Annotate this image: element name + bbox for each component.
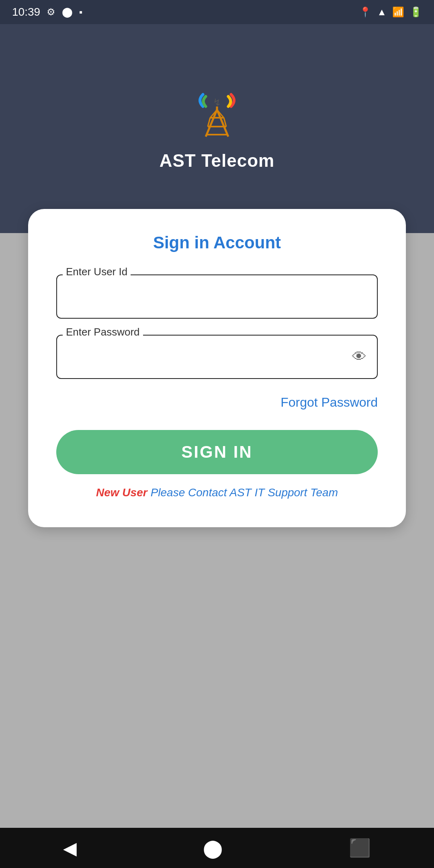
nav-bar: ◀ ⬤ ⬛ <box>0 828 434 868</box>
forgot-password-link[interactable]: Forgot Password <box>280 395 378 409</box>
support-text: Please Contact AST IT Support Team <box>151 486 338 499</box>
userid-field-wrapper: Enter User Id <box>56 274 378 319</box>
userid-label: Enter User Id <box>63 266 131 278</box>
status-bar: 10:39 ⚙ ⬤ ▪ 📍 ▲ 📶 🔋 <box>0 0 434 24</box>
card-title: Sign in Account <box>56 233 378 252</box>
location-icon: 📍 <box>359 6 371 18</box>
settings-icon: ⚙ <box>47 6 55 18</box>
wifi-icon: ▲ <box>377 6 387 18</box>
password-wrapper: 👁 <box>56 335 378 379</box>
status-left: 10:39 ⚙ ⬤ ▪ <box>12 6 83 18</box>
sim-icon: ▪ <box>79 6 83 18</box>
svg-line-3 <box>217 110 228 137</box>
recent-button[interactable]: ⬛ <box>349 837 371 858</box>
home-button[interactable]: ⬤ <box>203 838 223 858</box>
userid-input[interactable] <box>56 274 378 319</box>
signal-icon: 📶 <box>392 6 404 18</box>
circle-icon: ⬤ <box>62 6 73 18</box>
new-user-label: New User <box>96 486 147 499</box>
login-card: Sign in Account Enter User Id Enter Pass… <box>28 209 406 527</box>
back-button[interactable]: ◀ <box>63 838 77 858</box>
logo-container: ↯ AST Telecom <box>160 86 274 171</box>
svg-line-2 <box>206 110 217 137</box>
header-area: ↯ AST Telecom <box>0 24 434 233</box>
password-field-wrapper: Enter Password 👁 <box>56 335 378 379</box>
status-right: 📍 ▲ 📶 🔋 <box>359 6 422 18</box>
app-title: AST Telecom <box>160 151 274 171</box>
forgot-password-container: Forgot Password <box>56 395 378 410</box>
svg-text:↯: ↯ <box>213 97 221 108</box>
password-input[interactable] <box>56 335 378 379</box>
content-area: Sign in Account Enter User Id Enter Pass… <box>0 233 434 828</box>
battery-icon: 🔋 <box>410 6 422 18</box>
sign-in-button[interactable]: SIGN IN <box>56 430 378 474</box>
tower-logo: ↯ <box>189 86 245 143</box>
time-display: 10:39 <box>12 6 40 18</box>
password-label: Enter Password <box>63 326 143 338</box>
new-user-line: New UserPlease Contact AST IT Support Te… <box>56 486 378 499</box>
eye-icon[interactable]: 👁 <box>352 348 366 365</box>
